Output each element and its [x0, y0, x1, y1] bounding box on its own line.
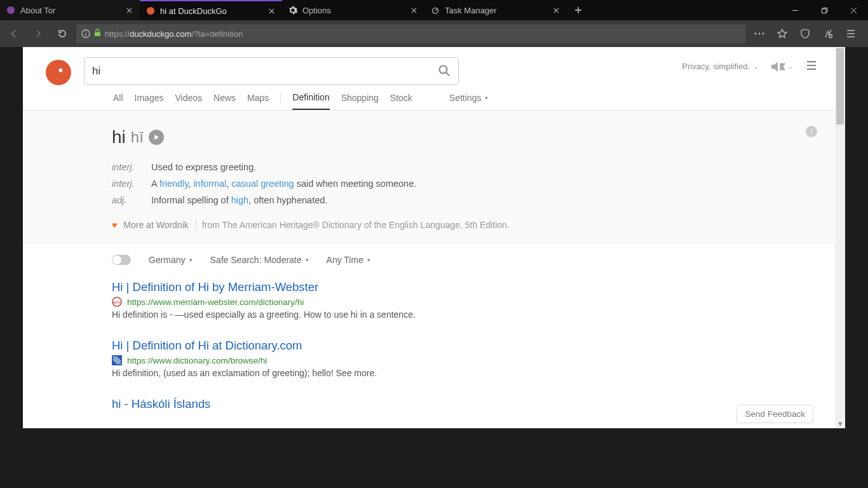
result-url[interactable]: https://www.dictionary.com/browse/hi	[127, 356, 267, 365]
search-box[interactable]	[84, 57, 459, 85]
search-input[interactable]	[92, 65, 433, 78]
safesearch-label: Safe Search: Moderate	[210, 255, 302, 265]
svg-rect-5	[95, 32, 100, 36]
back-button[interactable]	[4, 24, 24, 44]
svg-text:MW: MW	[113, 300, 121, 305]
definition-link[interactable]: high	[231, 195, 248, 205]
minimize-button[interactable]	[780, 0, 810, 20]
nav-stock[interactable]: Stock	[390, 93, 412, 109]
more-wordnik-link[interactable]: More at Wordnik	[123, 220, 188, 230]
privacy-dropdown[interactable]: Privacy, simplified. ⌄	[682, 62, 759, 71]
search-result: hi - Háskóli Íslands	[112, 397, 493, 411]
definition-title: hi hī	[112, 127, 835, 147]
vertical-scrollbar[interactable]: ▴ ▾	[835, 47, 845, 428]
time-dropdown[interactable]: Any Time ▾	[327, 255, 370, 265]
app-menu-icon[interactable]	[841, 24, 860, 43]
nav-videos[interactable]: Videos	[175, 93, 202, 109]
definition-link[interactable]: casual greeting	[231, 179, 294, 189]
chevron-down-icon: ⌄	[788, 64, 793, 70]
nav-definition[interactable]: Definition	[292, 92, 329, 110]
tab-about-tor[interactable]: About Tor	[0, 0, 140, 20]
search-result: Hi | Definition of Hi at Dictionary.comh…	[112, 339, 493, 378]
chevron-down-icon: ▾	[306, 257, 309, 263]
scroll-down-icon[interactable]: ▾	[835, 418, 845, 428]
svg-point-8	[763, 33, 764, 35]
speed-icon	[431, 6, 440, 15]
part-of-speech: interj.	[112, 159, 139, 175]
tab-ddg[interactable]: hi at DuckDuckGo	[140, 0, 282, 20]
ddg-icon	[146, 6, 155, 15]
chevron-down-icon: ⌄	[754, 64, 759, 70]
tab-label: Options	[302, 6, 404, 15]
close-icon[interactable]	[552, 6, 560, 15]
definition-text: Informal spelling of high, often hyphena…	[151, 192, 327, 208]
tab-options[interactable]: Options	[282, 0, 424, 20]
ddg-logo[interactable]	[46, 60, 71, 85]
favicon-icon: MW	[112, 297, 122, 307]
restore-button[interactable]	[810, 0, 839, 20]
svg-point-6	[755, 33, 757, 35]
shield-icon[interactable]	[796, 24, 815, 43]
nav-news[interactable]: News	[214, 93, 236, 109]
forward-button[interactable]	[28, 24, 48, 44]
region-dropdown[interactable]: Germany ▾	[149, 255, 193, 265]
info-icon[interactable]: i	[806, 126, 817, 137]
promote-dropdown[interactable]: ⌄	[771, 62, 793, 72]
page-actions-icon[interactable]	[750, 24, 769, 43]
tab-label: hi at DuckDuckGo	[160, 6, 262, 16]
ddg-menu-icon[interactable]	[806, 61, 817, 72]
result-snippet: Hi definition, (used as an exclamation o…	[112, 368, 493, 378]
settings-dropdown[interactable]: Settings ▾	[449, 93, 489, 109]
nav-maps[interactable]: Maps	[247, 93, 269, 109]
definition-row: interj.A friendly, informal, casual gree…	[112, 175, 835, 192]
svg-point-9	[829, 35, 832, 38]
ddg-header-right: Privacy, simplified. ⌄ ⌄	[682, 61, 817, 72]
send-feedback-button[interactable]: Send Feedback	[736, 405, 813, 423]
result-filters: Germany ▾ Safe Search: Moderate ▾ Any Ti…	[23, 243, 835, 273]
close-window-button[interactable]	[839, 0, 868, 20]
settings-label: Settings	[449, 93, 482, 103]
reload-button[interactable]	[52, 24, 72, 44]
tor-circuit-icon[interactable]	[818, 24, 837, 43]
safesearch-dropdown[interactable]: Safe Search: Moderate ▾	[210, 255, 309, 265]
lock-icon	[94, 29, 101, 39]
newtab-button[interactable]	[567, 0, 590, 20]
result-title[interactable]: Hi | Definition of Hi by Merriam-Webster	[112, 280, 493, 294]
search-icon[interactable]	[438, 64, 451, 79]
search-results: Hi | Definition of Hi by Merriam-Webster…	[23, 273, 493, 411]
close-icon[interactable]	[267, 6, 276, 15]
close-icon[interactable]	[409, 6, 418, 15]
page-content: Privacy, simplified. ⌄ ⌄ All Images Vide…	[23, 47, 835, 428]
url-bar[interactable]: https://duckduckgo.com/?ia=definition	[76, 24, 746, 43]
browser-tabstrip: About Tor hi at DuckDuckGo Options Task …	[0, 0, 868, 20]
chevron-down-icon: ▾	[189, 257, 193, 263]
play-audio-button[interactable]	[149, 130, 164, 145]
chevron-down-icon: ▾	[485, 95, 488, 101]
region-toggle[interactable]	[112, 255, 131, 265]
nav-all[interactable]: All	[113, 93, 123, 109]
url-text: https://duckduckgo.com/?ia=definition	[105, 29, 243, 39]
gear-icon	[288, 6, 297, 15]
definition-link[interactable]: informal	[194, 179, 227, 189]
word: hi	[112, 127, 126, 147]
definition-link[interactable]: friendly	[159, 179, 189, 189]
svg-rect-3	[822, 9, 826, 13]
tab-task-manager[interactable]: Task Manager	[424, 0, 567, 20]
favicon-icon	[112, 355, 122, 365]
bookmark-icon[interactable]	[773, 24, 792, 43]
definition-block: i hi hī interj.Used to express greeting.…	[23, 111, 835, 243]
result-title[interactable]: hi - Háskóli Íslands	[112, 397, 493, 411]
site-identity[interactable]	[81, 29, 90, 38]
nav-shopping[interactable]: Shopping	[341, 93, 379, 109]
scroll-thumb[interactable]	[836, 48, 844, 125]
svg-point-2	[433, 8, 438, 14]
tab-label: About Tor	[20, 6, 119, 15]
source-text: from The American Heritage® Dictionary o…	[202, 220, 558, 230]
tab-label: Task Manager	[445, 6, 546, 15]
nav-images[interactable]: Images	[135, 93, 164, 109]
time-label: Any Time	[327, 255, 363, 265]
close-icon[interactable]	[125, 6, 133, 15]
svg-point-10	[440, 65, 447, 73]
result-url[interactable]: https://www.merriam-webster.com/dictiona…	[127, 297, 304, 307]
result-title[interactable]: Hi | Definition of Hi at Dictionary.com	[112, 339, 493, 353]
